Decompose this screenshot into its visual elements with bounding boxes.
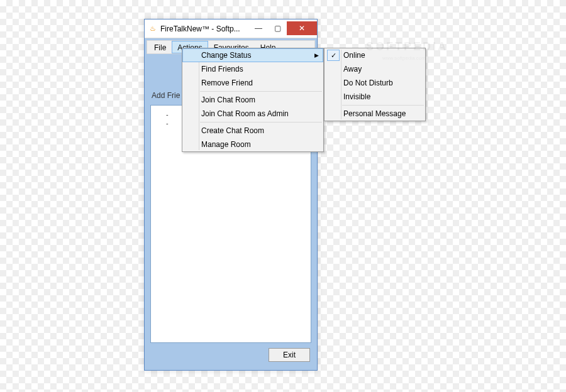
menuitem-label: Join Chat Room as Admin [201, 109, 289, 118]
menuitem-label: Manage Room [201, 140, 251, 149]
list-item: - [166, 111, 169, 118]
menuitem-status-invisible[interactable]: Invisible [325, 90, 425, 104]
menuitem-manage-room[interactable]: Manage Room [182, 138, 323, 151]
maximize-button[interactable]: ▢ [268, 21, 287, 35]
menuitem-join-chat-room[interactable]: Join Chat Room [182, 93, 323, 107]
menuitem-label: Create Chat Room [201, 126, 264, 135]
menuitem-create-chat-room[interactable]: Create Chat Room [182, 124, 323, 138]
menuitem-personal-message[interactable]: Personal Message [325, 107, 425, 121]
menuitem-find-friends[interactable]: Find Friends [182, 62, 323, 76]
menuitem-label: Personal Message [343, 109, 406, 118]
status-submenu: ✓ Online Away Do Not Disturb Invisible P… [324, 48, 426, 121]
app-icon: ♨ [148, 24, 157, 33]
menuitem-label: Online [343, 51, 365, 60]
menu-separator [200, 91, 322, 92]
exit-button[interactable]: Exit [269, 348, 310, 362]
window-title: FireTalkNew™ - Softp... [160, 24, 240, 33]
menu-separator [200, 122, 322, 122]
title-bar[interactable]: ♨ FireTalkNew™ - Softp... — ▢ ✕ [145, 19, 317, 38]
menuitem-label: Away [343, 65, 362, 74]
menuitem-status-away[interactable]: Away [325, 62, 425, 76]
list-item: - [166, 119, 169, 127]
menuitem-status-online[interactable]: ✓ Online [325, 48, 425, 62]
add-friend-label: Add Frie [152, 91, 180, 100]
close-button[interactable]: ✕ [287, 21, 317, 35]
check-icon: ✓ [327, 50, 340, 61]
menuitem-status-dnd[interactable]: Do Not Disturb [325, 76, 425, 90]
submenu-arrow-icon: ▶ [314, 52, 319, 58]
menuitem-label: Remove Friend [201, 79, 253, 87]
menuitem-label: Invisible [343, 92, 370, 101]
menuitem-change-status[interactable]: Change Status ▶ [182, 48, 323, 62]
menuitem-remove-friend[interactable]: Remove Friend [182, 76, 323, 90]
menu-separator [342, 105, 424, 106]
menuitem-label: Change Status [201, 51, 251, 60]
minimize-button[interactable]: — [249, 21, 268, 35]
menu-file[interactable]: File [148, 41, 172, 53]
actions-dropdown: Change Status ▶ Find Friends Remove Frie… [182, 48, 324, 152]
menuitem-label: Join Chat Room [201, 95, 255, 104]
menuitem-label: Do Not Disturb [343, 79, 393, 87]
menuitem-join-chat-room-admin[interactable]: Join Chat Room as Admin [182, 107, 323, 121]
menuitem-label: Find Friends [201, 65, 243, 74]
